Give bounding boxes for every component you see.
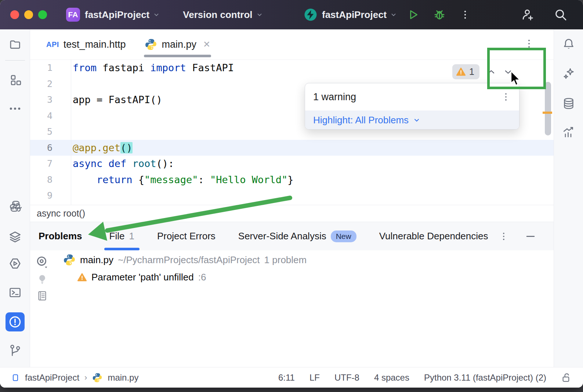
close-window-button[interactable] [10, 10, 19, 19]
problems-title[interactable]: Problems [39, 231, 82, 242]
terminal-tool-window-button[interactable] [6, 283, 25, 302]
search-everywhere-icon[interactable] [554, 8, 568, 22]
status-project[interactable]: fastApiProject [25, 373, 79, 383]
git-tool-window-button[interactable] [6, 341, 25, 360]
run-configuration-widget[interactable]: fastApiProject [304, 8, 398, 21]
python-packages-tool-window-button[interactable] [6, 197, 25, 216]
hexagon-play-icon [8, 257, 22, 270]
code-text: async def root(): [71, 158, 174, 169]
new-badge: New [331, 231, 356, 242]
python-icon [145, 38, 157, 51]
tab-options-kebab-icon[interactable] [524, 38, 535, 49]
structure-tool-window-button[interactable] [6, 70, 25, 90]
quick-fix-lightbulb-icon[interactable] [37, 274, 48, 285]
run-tool-window-button[interactable] [6, 254, 25, 273]
warning-triangle-icon [456, 67, 466, 77]
problems-exclamation-circle-icon [8, 315, 22, 329]
minimize-window-button[interactable] [24, 10, 33, 19]
description-document-icon[interactable] [36, 290, 48, 302]
chevron-right-icon: › [84, 373, 87, 382]
debug-button[interactable] [433, 8, 446, 21]
line-number: 6 [30, 142, 71, 153]
layers-icon [8, 230, 22, 243]
code-line-9[interactable]: 9 [30, 188, 554, 204]
code-line-6[interactable]: 6@app.get() [30, 140, 554, 156]
more-horizontal-icon [8, 102, 22, 115]
code-editor[interactable]: 1from fastapi import FastAPI23app = Fast… [30, 60, 554, 205]
editor-scrollbar[interactable] [545, 82, 551, 135]
highlight-level-selector[interactable]: Highlight: All Problems [305, 110, 519, 130]
code-line-8[interactable]: 8 return {"message": "Hello World"} [30, 172, 554, 188]
tab-main-py[interactable]: main.py ✕ [135, 29, 220, 59]
chart-trend-icon [562, 126, 575, 139]
tab-label: Server-Side Analysis [238, 231, 326, 242]
version-control-menu[interactable]: Version control [178, 9, 263, 21]
code-line-7[interactable]: 7async def root(): [30, 156, 554, 172]
traffic-lights [10, 10, 47, 19]
problems-toolbar [35, 255, 49, 302]
problems-file-row[interactable]: main.py ~/PycharmProjects/fastApiProject… [63, 254, 307, 266]
tab-file[interactable]: File 1 [106, 222, 138, 250]
line-number: 2 [30, 79, 71, 89]
tab-label: Project Errors [157, 231, 216, 242]
breadcrumb-text[interactable]: async root() [37, 208, 85, 219]
left-tool-window-bar [0, 29, 30, 367]
indent-setting[interactable]: 4 spaces [374, 373, 409, 383]
warning-line-number: :6 [198, 272, 206, 283]
tool-window-options-kebab-icon[interactable] [499, 231, 509, 242]
unlocked-padlock-icon[interactable] [561, 372, 572, 383]
problem-count: 1 problem [264, 254, 307, 266]
fastapi-logo-icon [304, 8, 317, 21]
project-tool-window-button[interactable] [6, 35, 25, 54]
services-tool-window-button[interactable] [6, 227, 25, 246]
database-button[interactable] [559, 94, 578, 113]
caret-position[interactable]: 6:11 [278, 373, 295, 383]
ai-assistant-button[interactable] [559, 64, 578, 83]
zoom-window-button[interactable] [38, 10, 47, 19]
project-square-icon [11, 373, 20, 382]
endpoints-chart-button[interactable] [559, 123, 578, 142]
problems-warning-row[interactable]: Parameter 'path' unfilled :6 [77, 272, 206, 283]
structure-icon [9, 74, 21, 86]
tab-vulnerable-dependencies[interactable]: Vulnerable Dependencies [376, 222, 492, 250]
file-encoding[interactable]: UTF-8 [334, 373, 359, 383]
status-file[interactable]: main.py [108, 373, 138, 383]
tab-test-main-http[interactable]: API test_main.http [37, 29, 135, 59]
code-text: @app.get() [71, 142, 133, 153]
code-with-me-add-user-icon[interactable] [521, 8, 535, 22]
warning-triangle-icon [77, 272, 87, 282]
warning-stripe-mark[interactable] [543, 112, 552, 114]
chevron-down-icon [256, 11, 264, 19]
line-number: 9 [30, 190, 71, 201]
close-tab-icon[interactable]: ✕ [203, 39, 210, 50]
pycharm-window: FA fastApiProject Version control fastAp… [0, 0, 583, 388]
status-bar: fastApiProject › main.py 6:11 LF UTF-8 4… [0, 367, 583, 388]
tab-label: test_main.http [64, 39, 126, 50]
warning-count: 1 [469, 66, 474, 77]
run-config-name: fastApiProject [322, 9, 387, 21]
previous-problem-chevron-up-icon[interactable] [486, 67, 496, 77]
problems-tool-window-button[interactable] [6, 312, 25, 331]
notifications-button[interactable] [559, 35, 578, 54]
code-text: from fastapi import FastAPI [71, 62, 234, 73]
hide-tool-window-minus-icon[interactable] [525, 231, 536, 242]
python-interpreter[interactable]: Python 3.11 (fastApiProject) (2) [424, 373, 546, 383]
tab-project-errors[interactable]: Project Errors [153, 222, 219, 250]
project-icon[interactable]: FA [66, 8, 80, 22]
tab-server-side-analysis[interactable]: Server-Side Analysis New [235, 222, 360, 250]
chevron-down-icon [390, 11, 398, 19]
popup-options-kebab-icon[interactable] [501, 92, 511, 102]
project-widget[interactable]: fastApiProject [80, 9, 160, 21]
next-problem-chevron-down-icon[interactable] [503, 67, 513, 77]
tab-label: Vulnerable Dependencies [379, 231, 488, 242]
tab-label: main.py [162, 39, 196, 50]
more-tool-windows-button[interactable] [6, 99, 25, 118]
line-number: 1 [30, 62, 71, 73]
inspection-popup: 1 warning Highlight: All Problems [305, 83, 519, 130]
line-ending[interactable]: LF [309, 373, 320, 383]
folder-icon [9, 38, 21, 51]
more-actions-kebab-icon[interactable] [460, 9, 471, 20]
view-options-eye-icon[interactable] [35, 255, 49, 269]
run-button[interactable] [407, 8, 419, 21]
warnings-badge[interactable]: 1 [452, 64, 479, 79]
